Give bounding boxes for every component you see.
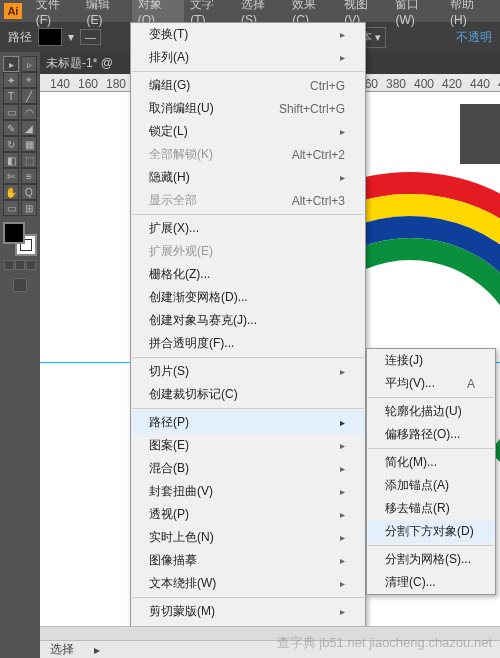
- menu-item[interactable]: 连接(J): [367, 349, 495, 372]
- tool-16[interactable]: ✋: [3, 184, 19, 200]
- status-arrow-icon[interactable]: ▸: [94, 643, 100, 657]
- menu-item[interactable]: 文本绕排(W): [131, 572, 365, 595]
- status-mode: 选择: [50, 641, 74, 658]
- menu-item[interactable]: 实时上色(N): [131, 526, 365, 549]
- menu-item[interactable]: 简化(M)...: [367, 451, 495, 474]
- menu-item[interactable]: 图像描摹: [131, 549, 365, 572]
- tool-12[interactable]: ◧: [3, 152, 19, 168]
- tool-1[interactable]: ▹: [21, 56, 37, 72]
- menu-item[interactable]: 切片(S): [131, 360, 365, 383]
- menu-1[interactable]: 编辑(E): [80, 0, 131, 29]
- menu-item[interactable]: 封套扭曲(V): [131, 480, 365, 503]
- fill-swatch-main[interactable]: [3, 222, 25, 244]
- menu-item[interactable]: 排列(A): [131, 46, 365, 69]
- menu-item[interactable]: 清理(C)...: [367, 571, 495, 594]
- path-submenu: 连接(J)平均(V)...A轮廓化描边(U)偏移路径(O)...简化(M)...…: [366, 348, 496, 595]
- menu-item[interactable]: 栅格化(Z)...: [131, 263, 365, 286]
- stroke-weight-select[interactable]: —: [80, 29, 101, 45]
- menu-item[interactable]: 拼合透明度(F)...: [131, 332, 365, 355]
- menu-item: 全部解锁(K)Alt+Ctrl+2: [131, 143, 365, 166]
- tool-2[interactable]: ✦: [3, 72, 19, 88]
- menu-item[interactable]: 变换(T): [131, 23, 365, 46]
- tool-13[interactable]: ⬚: [21, 152, 37, 168]
- menu-item[interactable]: 创建裁切标记(C): [131, 383, 365, 406]
- none-mode-icon[interactable]: [26, 260, 36, 270]
- menu-item[interactable]: 剪切蒙版(M): [131, 600, 365, 623]
- fill-stroke-control[interactable]: [3, 222, 37, 256]
- tool-19[interactable]: ⊞: [21, 200, 37, 216]
- opacity-label[interactable]: 不透明: [456, 29, 492, 46]
- menu-item[interactable]: 创建对象马赛克(J)...: [131, 309, 365, 332]
- dropdown-caret-icon[interactable]: ▾: [68, 30, 74, 44]
- object-menu-dropdown: 变换(T)排列(A)编组(G)Ctrl+G取消编组(U)Shift+Ctrl+G…: [130, 22, 366, 658]
- menu-item[interactable]: 偏移路径(O)...: [367, 423, 495, 446]
- menu-item[interactable]: 图案(E): [131, 434, 365, 457]
- menu-item: 扩展外观(E): [131, 240, 365, 263]
- tool-9[interactable]: ◢: [21, 120, 37, 136]
- menu-item[interactable]: 扩展(X)...: [131, 217, 365, 240]
- menu-item[interactable]: 创建渐变网格(D)...: [131, 286, 365, 309]
- menu-item[interactable]: 分割下方对象(D): [367, 520, 495, 543]
- tool-11[interactable]: ▦: [21, 136, 37, 152]
- menu-item: 显示全部Alt+Ctrl+3: [131, 189, 365, 212]
- tool-4[interactable]: T: [3, 88, 19, 104]
- menu-8[interactable]: 帮助(H): [444, 0, 496, 29]
- tool-15[interactable]: ≡: [21, 168, 37, 184]
- tool-7[interactable]: ◠: [21, 104, 37, 120]
- menu-item[interactable]: 混合(B): [131, 457, 365, 480]
- app-logo: Ai: [4, 3, 22, 19]
- option-path-label: 路径: [8, 29, 32, 46]
- tool-10[interactable]: ↻: [3, 136, 19, 152]
- menu-item[interactable]: 移去锚点(R): [367, 497, 495, 520]
- tool-6[interactable]: ▭: [3, 104, 19, 120]
- menu-item[interactable]: 隐藏(H): [131, 166, 365, 189]
- tools-panel: ▸▹✦⌖T╱▭◠✎◢↻▦◧⬚✄≡✋Q▭⊞: [0, 52, 40, 658]
- tool-5[interactable]: ╱: [21, 88, 37, 104]
- watermark: 查字典 jb51.net jiaocheng.chazou.net: [277, 634, 492, 652]
- tool-0[interactable]: ▸: [3, 56, 19, 72]
- menu-item[interactable]: 透视(P): [131, 503, 365, 526]
- color-mode-icon[interactable]: [4, 260, 14, 270]
- menu-7[interactable]: 窗口(W): [389, 0, 444, 29]
- tool-14[interactable]: ✄: [3, 168, 19, 184]
- screen-mode-icon[interactable]: [13, 278, 27, 292]
- menu-item[interactable]: 分割为网格(S)...: [367, 548, 495, 571]
- fill-swatch[interactable]: [38, 28, 62, 46]
- tool-8[interactable]: ✎: [3, 120, 19, 136]
- menu-item[interactable]: 添加锚点(A): [367, 474, 495, 497]
- tool-17[interactable]: Q: [21, 184, 37, 200]
- menu-item[interactable]: 轮廓化描边(U): [367, 400, 495, 423]
- menu-item[interactable]: 编组(G)Ctrl+G: [131, 74, 365, 97]
- menu-item[interactable]: 路径(P): [131, 411, 365, 434]
- menu-item[interactable]: 锁定(L): [131, 120, 365, 143]
- menubar: Ai 文件(F)编辑(E)对象(O)文字(T)选择(S)效果(C)视图(V)窗口…: [0, 0, 500, 22]
- menu-item[interactable]: 平均(V)...A: [367, 372, 495, 395]
- panel-dock: [460, 104, 500, 164]
- gradient-mode-icon[interactable]: [15, 260, 25, 270]
- menu-0[interactable]: 文件(F): [30, 0, 81, 29]
- tool-3[interactable]: ⌖: [21, 72, 37, 88]
- tool-18[interactable]: ▭: [3, 200, 19, 216]
- menu-item[interactable]: 取消编组(U)Shift+Ctrl+G: [131, 97, 365, 120]
